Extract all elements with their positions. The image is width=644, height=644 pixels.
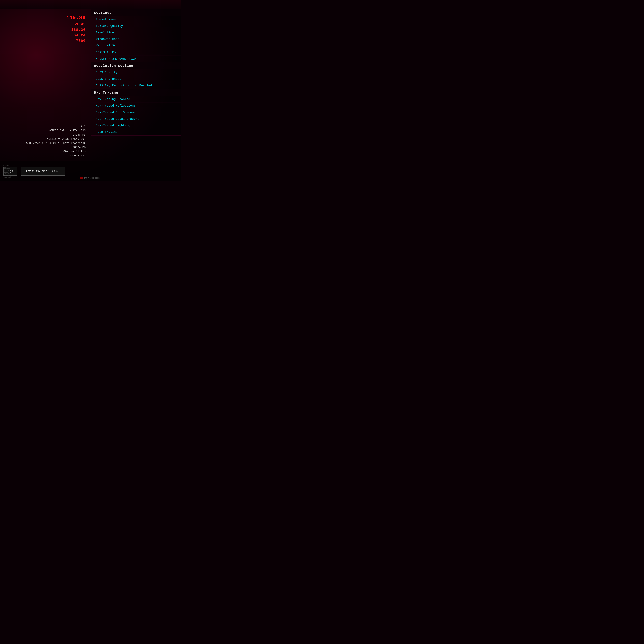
settings-item-path-tracing[interactable]: Path Tracing [91,129,181,135]
stat-2: 59.42 [5,22,86,27]
build-id: TRN_TLC4S_800095 [84,177,102,179]
settings-item-ray-tracing-enabled[interactable]: Ray Tracing Enabled [91,96,181,103]
exit-main-menu-button[interactable]: Exit to Main Menu [21,167,65,176]
top-bar [0,0,181,9]
ram: 98304 MB [5,146,86,149]
stat-4: 64.24 [5,33,86,38]
settings-item-ray-traced-reflections[interactable]: Ray-Traced Reflections [91,103,181,109]
vram: 24156 MB [5,133,86,137]
driver: Nvidia v 54633 [r545_00] [5,137,86,141]
footer-icon [79,177,83,179]
main-content: 119.86 59.42 168.36 64.24 7700 2.1 NVIDI… [0,9,181,161]
settings-container[interactable]: Settings Preset Name Texture Quality Res… [91,9,181,161]
cpu: AMD Ryzen 9 7950X3D 16-Core Processor [5,141,86,145]
settings-item-dlss-sharpness[interactable]: DLSS Sharpness [91,76,181,82]
stat-5: 7700 [5,38,86,44]
gpu-name: NVIDIA GeForce RTX 4090 [5,129,86,132]
settings-group-main: Settings Preset Name Texture Quality Res… [91,9,181,62]
settings-item-texture-quality[interactable]: Texture Quality [91,23,181,29]
left-panel: 119.86 59.42 168.36 64.24 7700 2.1 NVIDI… [0,9,91,161]
settings-item-preset-name[interactable]: Preset Name [91,16,181,23]
stats-section: 119.86 59.42 168.36 64.24 7700 [5,13,86,119]
settings-item-dlss-quality[interactable]: DLSS Quality [91,69,181,76]
right-panel: Settings Preset Name Texture Quality Res… [91,9,181,161]
settings-item-dlss-frame-generation[interactable]: DLSS Frame Generation [91,56,181,62]
system-section: 2.1 NVIDIA GeForce RTX 4090 24156 MB Nvi… [5,125,86,158]
settings-item-maximum-fps[interactable]: Maximum FPS [91,49,181,56]
legal-text: © 2023 and published by CD PROJEKT S.A. … [3,165,12,178]
settings-item-ray-traced-sun-shadows[interactable]: Ray-Traced Sun Shadows [91,109,181,116]
settings-item-ray-traced-local-shadows[interactable]: Ray-Traced Local Shadows [91,116,181,122]
settings-group-ray-tracing: Ray Tracing Ray Tracing Enabled Ray-Trac… [91,89,181,136]
settings-group-resolution-scaling: Resolution Scaling DLSS Quality DLSS Sha… [91,62,181,89]
stat-primary: 119.86 [5,14,86,21]
settings-header-ray-tracing: Ray Tracing [91,89,181,96]
settings-header-main: Settings [91,9,181,16]
settings-header-resolution-scaling: Resolution Scaling [91,62,181,69]
api-version: 2.1 [5,125,86,128]
cursor-icon [96,58,97,60]
stat-3: 168.36 [5,27,86,33]
settings-item-windowed-mode[interactable]: Windowed Mode [91,36,181,42]
os-version: 10.0.22631 [5,154,86,158]
settings-item-vertical-sync[interactable]: Vertical Sync [91,42,181,49]
settings-item-resolution[interactable]: Resolution [91,29,181,36]
os: Windows 11 Pro [5,150,86,153]
settings-item-dlss-ray-reconstruction[interactable]: DLSS Ray Reconstruction Enabled [91,82,181,89]
settings-item-ray-traced-lighting[interactable]: Ray-Traced Lighting [91,122,181,129]
build-id-container: TRN_TLC4S_800095 [79,177,102,179]
